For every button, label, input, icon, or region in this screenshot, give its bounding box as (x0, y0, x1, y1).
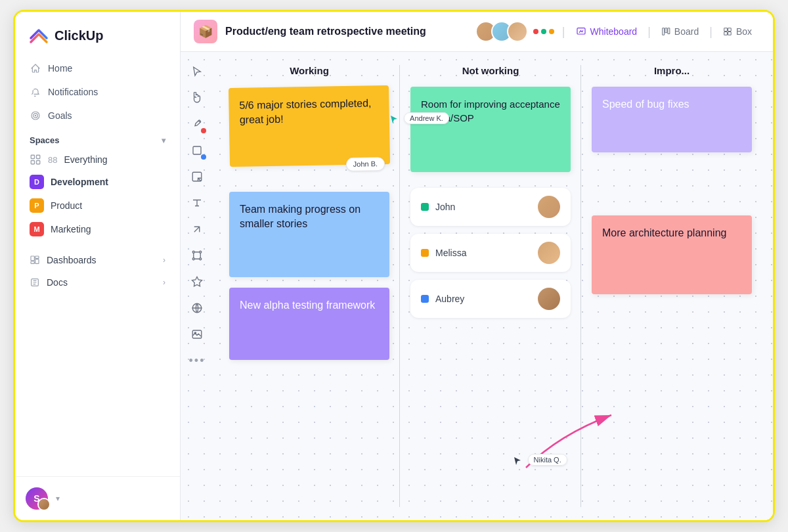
spaces-header[interactable]: Spaces ▾ (23, 127, 172, 149)
note-stories-completed[interactable]: 5/6 major stories completed, great job! … (229, 85, 390, 167)
everything-label: Everything (64, 154, 107, 165)
more-tools[interactable]: ••• (185, 349, 209, 372)
board-tab-label: Board (674, 26, 699, 37)
person-aubrey[interactable]: Aubrey (410, 280, 571, 318)
svg-point-2 (35, 115, 35, 116)
andrew-cursor: Andrew K. (389, 114, 447, 126)
target-icon (30, 110, 41, 122)
tab-whiteboard[interactable]: Whiteboard (568, 22, 646, 41)
aubrey-name: Aubrey (435, 294, 531, 304)
cursor-icon (513, 456, 522, 465)
svg-rect-9 (35, 259, 39, 264)
select-tool[interactable] (185, 60, 209, 83)
sidebar-item-goals[interactable]: Goals (23, 104, 172, 127)
board-area: Working 5/6 major stories completed, gre… (213, 52, 773, 520)
everything-count: 88 (48, 155, 57, 165)
text-tool[interactable] (185, 191, 209, 215)
note-author: John B. (346, 157, 385, 171)
status-dot-yellow (549, 29, 554, 34)
svg-point-28 (194, 332, 196, 334)
column-working-header: Working (229, 65, 389, 76)
aubrey-avatar (538, 288, 560, 310)
connect-tool[interactable] (185, 244, 209, 267)
star-tool[interactable] (185, 270, 209, 294)
rect-tool[interactable] (185, 139, 209, 162)
svg-rect-13 (663, 28, 665, 35)
person-john[interactable]: John (410, 188, 571, 226)
logo: ClickUp (15, 12, 180, 56)
note-text: Team making progress on smaller stories (240, 204, 361, 229)
docs-label: Docs (47, 277, 68, 288)
sidebar-item-everything[interactable]: 88 Everything (23, 149, 172, 170)
page-title: Product/eng team retrospective meeting (225, 26, 468, 37)
bell-icon (30, 86, 41, 98)
tab-box[interactable]: Box (715, 22, 760, 41)
logo-text: ClickUp (55, 28, 103, 43)
svg-point-23 (200, 251, 202, 253)
pen-tool[interactable] (185, 112, 209, 136)
collaborator-avatars (475, 21, 554, 42)
note-text: 5/6 major stories completed, great job! (239, 97, 371, 125)
spaces-label: Spaces (30, 135, 60, 145)
sidebar-item-development[interactable]: D Development (23, 170, 172, 194)
svg-rect-6 (37, 161, 40, 164)
svg-point-22 (192, 251, 194, 253)
svg-rect-8 (35, 256, 39, 258)
hand-tool[interactable] (185, 86, 209, 110)
column-improve: Impro... Speed of bug fixes More archite… (581, 65, 762, 507)
globe-tool[interactable] (185, 296, 209, 320)
whiteboard-canvas[interactable]: ••• Working 5/6 major stories completed,… (181, 52, 773, 520)
melissa-name: Melissa (435, 248, 531, 258)
note-architecture[interactable]: More architecture planning (592, 215, 752, 294)
sidebar-item-product[interactable]: P Product (23, 194, 172, 217)
teal-cursor-icon (389, 114, 399, 123)
page-icon: 📦 (194, 20, 217, 43)
docs-icon (30, 277, 40, 288)
column-improve-header: Impro... (592, 65, 752, 76)
column-not-working: Not working Room for improving acceptanc… (400, 65, 581, 507)
john-avatar (538, 196, 560, 218)
svg-point-25 (200, 258, 202, 260)
john-status-dot (421, 203, 429, 211)
arrow-tool[interactable] (185, 217, 209, 241)
topbar: 📦 Product/eng team retrospective meeting… (181, 12, 773, 52)
marketing-badge: M (30, 222, 44, 236)
svg-rect-20 (193, 146, 201, 154)
note-text: Speed of bug fixes (602, 99, 690, 110)
separator-2: | (647, 25, 651, 39)
note-alpha-testing[interactable]: New alpha testing framework (229, 288, 389, 360)
nikita-cursor: Nikita Q. (513, 456, 565, 468)
avatar: S (26, 487, 48, 510)
pen-indicator (201, 128, 206, 133)
main-content: 📦 Product/eng team retrospective meeting… (181, 12, 773, 520)
note-bug-fixes[interactable]: Speed of bug fixes (592, 87, 752, 152)
sidebar-item-dashboards[interactable]: Dashboards › (23, 249, 172, 271)
image-tool[interactable] (185, 322, 209, 346)
sidebar-item-home[interactable]: Home (23, 56, 172, 80)
sticky-tool[interactable] (185, 165, 209, 188)
home-label: Home (48, 63, 72, 74)
dashboard-icon (30, 255, 40, 265)
toolbar: ••• (181, 52, 213, 520)
svg-rect-15 (668, 28, 670, 34)
note-text: More architecture planning (602, 227, 726, 238)
whiteboard-tab-label: Whiteboard (590, 26, 638, 37)
sidebar-item-notifications[interactable]: Notifications (23, 80, 172, 104)
sidebar-item-docs[interactable]: Docs › (23, 271, 172, 294)
product-label: Product (51, 200, 82, 211)
note-acceptance-criteria[interactable]: Room for improving acceptance criteria/S… (410, 87, 571, 172)
note-team-progress[interactable]: Team making progress on smaller stories (229, 192, 389, 277)
person-melissa[interactable]: Melissa (410, 234, 571, 272)
rect-indicator (201, 154, 206, 160)
box-icon (723, 27, 732, 36)
tab-board[interactable]: Board (653, 22, 707, 41)
melissa-avatar (538, 242, 560, 264)
sidebar-item-marketing[interactable]: M Marketing (23, 217, 172, 241)
svg-rect-18 (724, 32, 728, 35)
spaces-chevron-icon: ▾ (162, 136, 165, 145)
home-icon (30, 62, 41, 74)
nikita-cursor-label: Nikita Q. (528, 454, 567, 466)
user-profile[interactable]: S ▾ (15, 476, 180, 520)
box-tab-label: Box (736, 26, 752, 37)
status-dots (533, 29, 554, 34)
